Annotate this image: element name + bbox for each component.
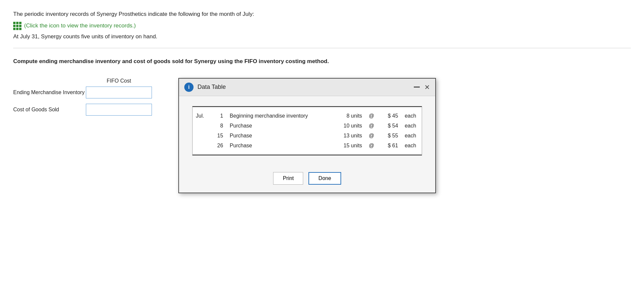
row1-price: $ 45 [378,107,402,121]
row4-at: @ [365,141,377,155]
row3-units: 13 units [335,131,365,141]
main-content: FIFO Cost Ending Merchandise Inventory C… [13,78,631,193]
inventory-note: At July 31, Synergy counts five units of… [13,33,631,40]
row4-day: 26 [213,141,227,155]
dialog-close-button[interactable]: ✕ [424,84,430,91]
row4-desc: Purchase [227,141,335,155]
table-row: 15 Purchase 13 units @ $ 55 each [193,131,422,141]
row1-units: 8 units [335,107,365,121]
row1-month: Jul. [193,107,213,121]
section-divider [13,48,631,48]
row3-month [193,131,213,141]
table-row: 26 Purchase 15 units @ $ 61 each [193,141,422,155]
intro-line1: The periodic inventory records of Synerg… [13,10,631,18]
ending-inventory-label: Ending Merchandise Inventory [13,90,86,95]
row1-day: 1 [213,107,227,121]
row3-at: @ [365,131,377,141]
dialog-info-icon: i [184,83,194,92]
grid-icon [13,22,21,30]
cogs-label: Cost of Goods Sold [13,107,86,113]
row3-price: $ 55 [378,131,402,141]
dialog-body: Jul. 1 Beginning merchandise inventory 8… [179,96,435,165]
row4-month [193,141,213,155]
row3-each: each [401,131,422,141]
row2-price: $ 54 [378,121,402,131]
row1-each: each [401,107,422,121]
cogs-input[interactable] [86,104,152,116]
inventory-table: Jul. 1 Beginning merchandise inventory 8… [193,106,422,155]
row1-desc: Beginning merchandise inventory [227,107,335,121]
row2-at: @ [365,121,377,131]
row2-each: each [401,121,422,131]
inventory-records-link[interactable]: (Click the icon to view the inventory re… [13,22,631,30]
table-row: 8 Purchase 10 units @ $ 54 each [193,121,422,131]
dialog-controls: ✕ [414,84,430,91]
row4-price: $ 61 [378,141,402,155]
done-button[interactable]: Done [308,172,341,185]
ending-inventory-row: Ending Merchandise Inventory [13,87,152,98]
table-row: Jul. 1 Beginning merchandise inventory 8… [193,107,422,121]
form-section: FIFO Cost Ending Merchandise Inventory C… [13,78,152,121]
row4-each: each [401,141,422,155]
dialog-footer: Print Done [179,165,435,193]
row2-desc: Purchase [227,121,335,131]
row3-day: 15 [213,131,227,141]
row2-month [193,121,213,131]
cogs-row: Cost of Goods Sold [13,104,152,116]
data-table-container: Jul. 1 Beginning merchandise inventory 8… [192,106,422,156]
row2-units: 10 units [335,121,365,131]
icon-link-text: (Click the icon to view the inventory re… [24,22,136,29]
row4-units: 15 units [335,141,365,155]
data-table-dialog: i Data Table ✕ Jul. 1 Beginning merchand… [178,78,436,193]
row1-at: @ [365,107,377,121]
dialog-minimize-button[interactable] [414,87,420,88]
fifo-cost-header: FIFO Cost [86,78,152,84]
row3-desc: Purchase [227,131,335,141]
row2-day: 8 [213,121,227,131]
ending-inventory-input[interactable] [86,87,152,98]
dialog-titlebar: i Data Table ✕ [179,79,435,96]
question-text: Compute ending merchandise inventory and… [13,58,631,65]
dialog-title: Data Table [197,84,410,91]
print-button[interactable]: Print [273,172,303,185]
